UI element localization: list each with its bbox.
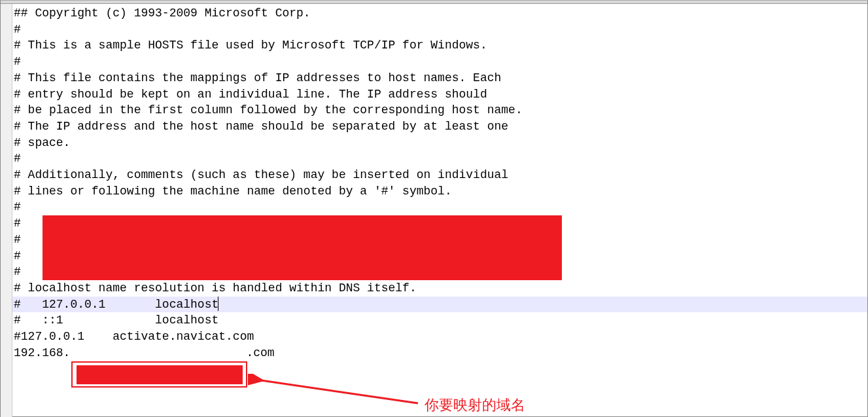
code-line[interactable]: # <box>12 22 867 38</box>
code-text: .com <box>246 346 274 359</box>
code-line[interactable]: # <box>12 151 867 167</box>
code-line[interactable]: # Additionally, comments (such as these)… <box>12 167 867 183</box>
code-line[interactable]: ## Copyright (c) 1993-2009 Microsoft Cor… <box>12 5 867 22</box>
redaction-block-small <box>77 365 243 384</box>
code-line[interactable]: # This file contains the mappings of IP … <box>12 70 867 86</box>
code-line-current[interactable]: # 127.0.0.1 localhost <box>12 297 867 313</box>
code-text: 192.168. <box>14 346 70 359</box>
code-line[interactable]: # This is a sample HOSTS file used by Mi… <box>12 37 867 54</box>
code-line[interactable]: # space. <box>12 135 867 151</box>
code-line[interactable]: #127.0.0.1 activate.navicat.com <box>12 329 867 345</box>
code-line[interactable]: # <box>12 54 867 70</box>
annotation-text: 你要映射的域名 <box>425 395 525 415</box>
code-line[interactable]: # localhost name resolution is handled w… <box>12 280 867 297</box>
code-line[interactable]: # entry should be kept on an individual … <box>12 86 867 103</box>
code-line[interactable]: # <box>12 199 867 215</box>
editor-container: ## Copyright (c) 1993-2009 Microsoft Cor… <box>0 0 868 417</box>
code-text: # 127.0.0.1 localhost <box>14 298 218 311</box>
editor-gutter[interactable] <box>1 4 12 417</box>
code-line[interactable]: # ::1 localhost <box>12 312 867 329</box>
redaction-block-large <box>43 215 562 280</box>
svg-line-1 <box>261 380 418 403</box>
code-line[interactable]: # lines or following the machine name de… <box>12 183 867 200</box>
code-line[interactable]: # The IP address and the host name shoul… <box>12 118 867 135</box>
text-cursor <box>218 297 218 311</box>
code-line[interactable]: 192.168..com <box>12 345 867 361</box>
text-area[interactable]: ## Copyright (c) 1993-2009 Microsoft Cor… <box>12 4 867 416</box>
code-line[interactable]: # be placed in the first column followed… <box>12 102 867 118</box>
annotation-arrow <box>248 374 425 413</box>
